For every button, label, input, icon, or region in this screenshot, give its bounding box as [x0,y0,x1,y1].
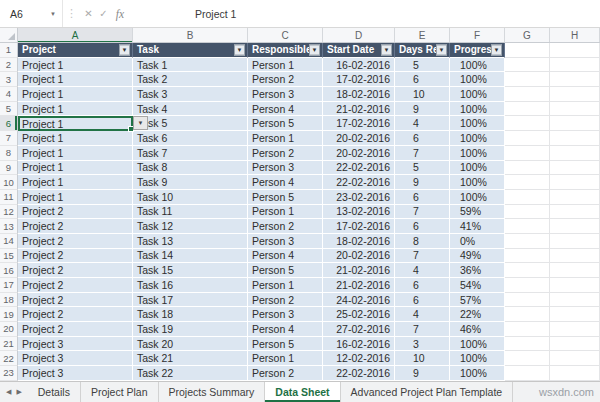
cell-F2[interactable]: 100% [450,58,505,73]
cell-A21[interactable]: Project 3 [18,337,133,352]
cell-C18[interactable]: Person 2 [248,293,323,308]
row-number[interactable]: 23 [0,366,18,381]
header-cell-D[interactable]: Start Date▼ [323,43,395,58]
cell-C17[interactable]: Person 1 [248,278,323,293]
cell-D7[interactable]: 20-02-2016 [323,131,395,146]
select-all-corner[interactable] [0,28,18,42]
row-number[interactable]: 7 [0,131,18,146]
cell-G11[interactable] [505,190,550,205]
cell-F22[interactable]: 100% [450,351,505,366]
cell-A13[interactable]: Project 2 [18,219,133,234]
cell-D15[interactable]: 20-02-2016 [323,249,395,264]
filter-button-icon[interactable]: ▼ [309,44,320,55]
cell-C7[interactable]: Person 1 [248,131,323,146]
sheet-nav-left-icon[interactable]: ◀ [6,388,11,396]
cell-C23[interactable]: Person 2 [248,366,323,381]
cell-C4[interactable]: Person 3 [248,87,323,102]
cell-E4[interactable]: 10 [395,87,450,102]
cell-A5[interactable]: Project 1 [18,102,133,117]
cell-H16[interactable] [550,263,600,278]
row-number[interactable]: 16 [0,263,18,278]
cell-G17[interactable] [505,278,550,293]
cell-B19[interactable]: Task 18 [133,307,248,322]
cell-H11[interactable] [550,190,600,205]
cell-F16[interactable]: 36% [450,263,505,278]
cell-A9[interactable]: Project 1 [18,161,133,176]
cell-C12[interactable]: Person 1 [248,205,323,220]
filter-button-icon[interactable]: ▼ [234,44,245,55]
cell-G9[interactable] [505,161,550,176]
cell-E14[interactable]: 8 [395,234,450,249]
cell-H12[interactable] [550,205,600,220]
cell-A16[interactable]: Project 2 [18,263,133,278]
cell-H19[interactable] [550,307,600,322]
cell-G13[interactable] [505,219,550,234]
row-number[interactable]: 17 [0,278,18,293]
cell-G15[interactable] [505,249,550,264]
cell-B3[interactable]: Task 2 [133,72,248,87]
cell-B20[interactable]: Task 19 [133,322,248,337]
row-number[interactable]: 5 [0,102,18,117]
cell-A17[interactable]: Project 2 [18,278,133,293]
cell-H18[interactable] [550,293,600,308]
header-cell-E[interactable]: Days Req.▼ [395,43,450,58]
cell-D8[interactable]: 20-02-2016 [323,146,395,161]
cell-F21[interactable]: 100% [450,337,505,352]
row-number[interactable]: 12 [0,205,18,220]
row-number[interactable]: 22 [0,351,18,366]
cell-E20[interactable]: 7 [395,322,450,337]
cell-D5[interactable]: 21-02-2016 [323,102,395,117]
cell-H13[interactable] [550,219,600,234]
row-number[interactable]: 20 [0,322,18,337]
row-number[interactable]: 4 [0,87,18,102]
cell-B18[interactable]: Task 17 [133,293,248,308]
cell-D21[interactable]: 16-02-2016 [323,337,395,352]
cell-B23[interactable]: Task 22 [133,366,248,381]
cell-F18[interactable]: 57% [450,293,505,308]
cell-C6[interactable]: Person 5 [248,116,323,131]
cell-G22[interactable] [505,351,550,366]
column-header-G[interactable]: G [505,28,550,42]
formula-input[interactable]: Project 1 [195,8,236,20]
cell-F19[interactable]: 22% [450,307,505,322]
cell-G14[interactable] [505,234,550,249]
cell-H23[interactable] [550,366,600,381]
cell-D4[interactable]: 18-02-2016 [323,87,395,102]
column-header-C[interactable]: C [248,28,323,42]
column-header-H[interactable]: H [550,28,600,42]
cell-G6[interactable] [505,116,550,131]
cell-B7[interactable]: Task 6 [133,131,248,146]
cell-B14[interactable]: Task 13 [133,234,248,249]
cell-B6[interactable]: Task 5▼ [133,116,248,131]
cell-F3[interactable]: 100% [450,72,505,87]
filter-button-icon[interactable]: ▼ [381,44,392,55]
cell-H9[interactable] [550,161,600,176]
cell-C9[interactable]: Person 3 [248,161,323,176]
cell-D3[interactable]: 17-02-2016 [323,72,395,87]
cell-F15[interactable]: 49% [450,249,505,264]
cell-B22[interactable]: Task 21 [133,351,248,366]
cell-C5[interactable]: Person 4 [248,102,323,117]
sheet-nav-right-icon[interactable]: ▶ [16,388,21,396]
cell-G18[interactable] [505,293,550,308]
cell-H22[interactable] [550,351,600,366]
confirm-icon[interactable]: ✓ [96,8,111,19]
column-header-F[interactable]: F [450,28,505,42]
row-number[interactable]: 6 [0,116,18,131]
cell-E21[interactable]: 3 [395,337,450,352]
cell-D11[interactable]: 23-02-2016 [323,190,395,205]
cell-F17[interactable]: 54% [450,278,505,293]
cell-C13[interactable]: Person 2 [248,219,323,234]
cell-F6[interactable]: 100% [450,116,505,131]
header-cell-F[interactable]: Progress▼ [450,43,505,58]
column-header-E[interactable]: E [395,28,450,42]
row-number[interactable]: 11 [0,190,18,205]
cell-C22[interactable]: Person 1 [248,351,323,366]
cell-D9[interactable]: 22-02-2016 [323,161,395,176]
cell-G20[interactable] [505,322,550,337]
row-number[interactable]: 9 [0,161,18,176]
cell-F9[interactable]: 100% [450,161,505,176]
cell-C21[interactable]: Person 5 [248,337,323,352]
cell-D18[interactable]: 24-02-2016 [323,293,395,308]
cell-F8[interactable]: 100% [450,146,505,161]
